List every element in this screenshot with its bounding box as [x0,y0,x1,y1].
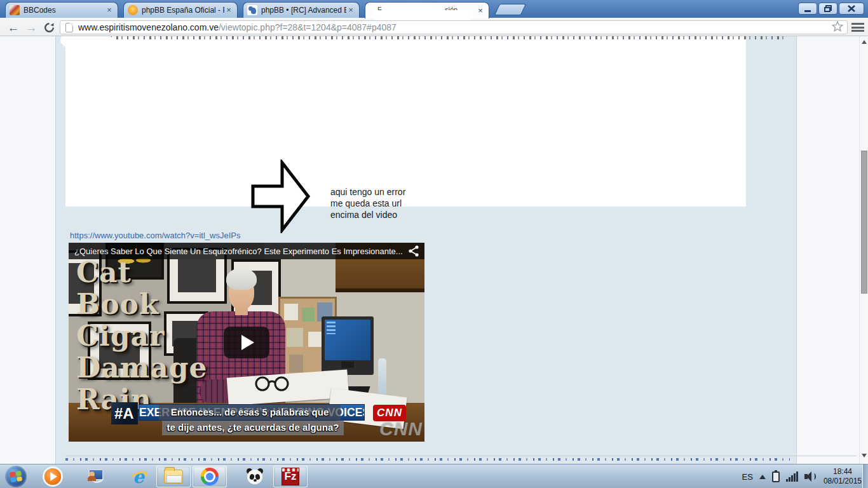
annotation-line: encima del video [330,209,405,220]
tab-close-icon[interactable]: × [346,6,355,15]
annotation-line: aqui tengo un error [330,186,405,198]
tab-phpbb-advanced[interactable]: phpBB • [RC] Advanced Bl × [243,2,360,18]
phpbb-advanced-favicon-icon [247,5,257,15]
annotation-line: me queda esta url [330,198,405,209]
url-domain: www.espiritismovenezolano.com.ve [78,22,219,32]
hashtag-ac360-badge: #A [111,402,138,424]
remote-desktop-icon [87,469,105,484]
browser-toolbar: ← → www.espiritismovenezolano.com.ve/vie… [0,18,868,36]
system-tray: ES 18:44 08/01/2015 [742,464,862,488]
taskbar-filezilla[interactable]: Fz [280,466,301,487]
show-desktop-button[interactable] [862,464,868,488]
battery-icon[interactable] [772,471,780,482]
windows-flag-icon [10,471,22,482]
subtitle-line-1: Entonces... de esas 5 palabras que [159,405,341,420]
bookmark-star-icon[interactable] [832,21,843,34]
scroll-up-icon[interactable] [862,40,867,44]
phpbb-espana-favicon-icon [128,5,138,15]
back-arrow-icon: ← [8,22,20,34]
clock-time: 18:44 [824,467,862,477]
address-bar[interactable]: www.espiritismovenezolano.com.ve/viewtop… [60,20,848,34]
tab-close-icon[interactable]: × [476,6,485,15]
thumb-word: Book [76,288,208,320]
minimize-button[interactable] [798,3,817,15]
thumb-word: Cigar [76,320,208,352]
scroll-down-icon[interactable] [862,454,867,458]
tab-title: phpBB • [RC] Advanced Bl [261,6,346,15]
taskbar-internet-explorer[interactable]: e [128,466,150,487]
video-title[interactable]: ¿Quieres Saber Lo Que Siente Un Esquizof… [69,247,407,256]
chrome-menu-icon[interactable] [851,23,864,32]
annotation-text: aqui tengo un error me queda esta url en… [330,186,405,220]
tab-close-icon[interactable]: × [105,6,114,15]
back-button[interactable]: ← [5,20,22,35]
tab-phpbb-espana[interactable]: phpBB España Oficial - Pu × [123,2,238,18]
subtitle-line-2: te dije antes, ¿te acuerdas de alguna? [162,421,344,435]
folder-icon [164,470,183,484]
page-icon [65,23,73,32]
browser-tabstrip: BBCodes × phpBB España Oficial - Pu × ph… [0,0,868,18]
windows-taskbar: e Fz ES 18:44 08/01/2015 [0,464,868,488]
close-button[interactable] [839,3,864,15]
post-divider [65,456,857,456]
desktop-monitor [322,316,374,375]
taskbar-media-player[interactable] [42,466,64,487]
url-path: /viewtopic.php?f=28&t=1204&p=4087#p4087 [219,22,397,32]
start-button[interactable] [5,466,27,487]
taskbar-remote-desktop[interactable] [85,466,107,487]
video-title-bar: ¿Quieres Saber Lo Que Siente Un Esquizof… [69,243,424,259]
network-signal-icon[interactable] [786,471,798,482]
thumb-word: Damage [76,352,208,384]
reload-button[interactable] [41,20,57,35]
taskbar-clock[interactable]: 18:44 08/01/2015 [824,467,862,486]
reload-icon [44,22,55,33]
filezilla-icon: Fz [281,468,299,485]
eyeglasses [254,376,294,391]
thumbnail-word-stack: Cat Book Cigar Damage Rain [76,257,208,416]
share-icon[interactable] [407,245,421,257]
taskbar-file-explorer[interactable] [163,466,184,487]
clock-date: 08/01/2015 [824,477,862,486]
forum-page: aqui tengo un error me queda esta url en… [0,36,868,464]
tab-title: BBCodes [24,6,105,15]
pasted-screenshot-image [65,36,746,207]
forward-button[interactable]: → [23,20,39,35]
chrome-icon [201,468,219,485]
page-scrollbar[interactable] [859,36,868,464]
tab-close-icon[interactable]: × [224,6,233,15]
scrollbar-thumb[interactable] [861,151,867,294]
gray-hair [226,268,257,290]
taskbar-panda-antivirus[interactable] [244,466,266,487]
tab-title: phpBB España Oficial - Pu [142,6,224,15]
page-margin [796,36,859,464]
url-text[interactable]: www.espiritismovenezolano.com.ve/viewtop… [78,22,832,32]
hidden-icons-arrow-icon[interactable] [759,475,766,479]
panda-icon [246,468,264,485]
water-bottle [378,358,386,395]
new-tab-button[interactable] [494,4,526,15]
forward-arrow-icon: → [25,22,37,34]
hand-drawn-arrow [251,159,311,233]
media-player-icon [44,468,61,485]
cnn-watermark: CNN [379,418,423,440]
white-redaction-blob [372,10,474,20]
page-margin [0,36,56,464]
thumb-word: Cat [76,257,208,288]
desktop-screen: BBCodes × phpBB España Oficial - Pu × ph… [0,0,868,488]
clipped-link-line [65,458,790,461]
volume-icon[interactable] [804,471,817,482]
language-indicator[interactable]: ES [742,472,753,482]
window-controls [798,3,864,15]
restore-button[interactable] [818,3,837,15]
youtube-url-link[interactable]: https://www.youtube.com/watch?v=itl_wsJe… [70,231,240,240]
internet-explorer-icon: e [130,468,148,485]
play-button[interactable] [224,327,269,358]
tab-bbcodes[interactable]: BBCodes × [5,2,118,18]
youtube-video-player[interactable]: Cat Book Cigar Damage Rain ¿Quieres Sabe… [69,243,424,442]
bbcodes-favicon-icon [10,5,20,15]
taskbar-chrome[interactable] [199,466,220,487]
clipped-text-line [67,36,788,39]
cnn-logo: CNN [373,405,406,421]
